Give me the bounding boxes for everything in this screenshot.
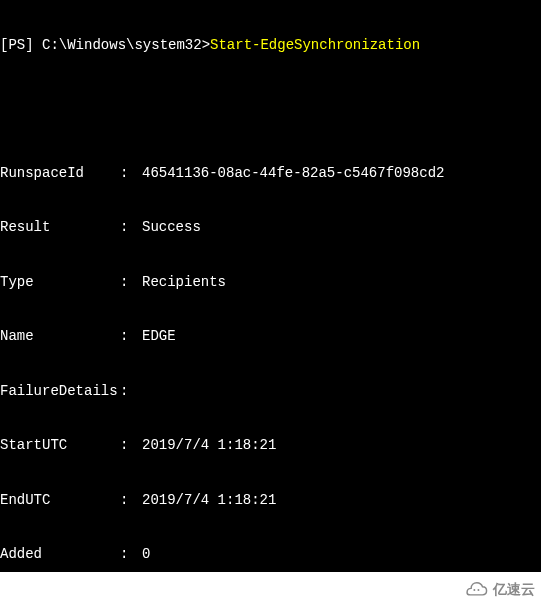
field-label: Added xyxy=(0,545,120,563)
output-row: Added: 0 xyxy=(0,545,541,563)
powershell-terminal[interactable]: [PS] C:\Windows\system32>Start-EdgeSynch… xyxy=(0,0,541,572)
field-label: Result xyxy=(0,218,120,236)
field-colon: : xyxy=(120,273,142,291)
field-label: Type xyxy=(0,273,120,291)
prompt-line-1: [PS] C:\Windows\system32>Start-EdgeSynch… xyxy=(0,36,541,54)
field-value: 2019/7/4 1:18:21 xyxy=(142,491,276,509)
field-value: Recipients xyxy=(142,273,226,291)
command-text: Start-EdgeSynchronization xyxy=(210,36,420,54)
field-colon: : xyxy=(120,382,142,400)
field-colon: : xyxy=(120,164,142,182)
svg-point-0 xyxy=(473,589,475,591)
output-row: Type: Recipients xyxy=(0,273,541,291)
field-label: EndUTC xyxy=(0,491,120,509)
output-block-1: RunspaceId: 46541136-08ac-44fe-82a5-c546… xyxy=(0,127,541,572)
output-row: StartUTC: 2019/7/4 1:18:21 xyxy=(0,436,541,454)
field-label: RunspaceId xyxy=(0,164,120,182)
field-label: Name xyxy=(0,327,120,345)
field-value: EDGE xyxy=(142,327,176,345)
watermark-text: 亿速云 xyxy=(493,581,535,599)
field-colon: : xyxy=(120,218,142,236)
field-colon: : xyxy=(120,491,142,509)
prompt-path: C:\Windows\system32> xyxy=(42,36,210,54)
svg-point-1 xyxy=(477,589,479,591)
field-colon: : xyxy=(120,436,142,454)
cloud-icon xyxy=(463,581,489,599)
field-value: 2019/7/4 1:18:21 xyxy=(142,436,276,454)
field-colon: : xyxy=(120,545,142,563)
field-label: StartUTC xyxy=(0,436,120,454)
field-value: 0 xyxy=(142,545,150,563)
output-row: Name: EDGE xyxy=(0,327,541,345)
field-value: Success xyxy=(142,218,201,236)
field-label: FailureDetails xyxy=(0,382,120,400)
prompt-ps-tag: [PS] xyxy=(0,36,42,54)
output-row: EndUTC: 2019/7/4 1:18:21 xyxy=(0,491,541,509)
output-row: FailureDetails: xyxy=(0,382,541,400)
output-row: Result: Success xyxy=(0,218,541,236)
field-colon: : xyxy=(120,327,142,345)
output-row: RunspaceId: 46541136-08ac-44fe-82a5-c546… xyxy=(0,164,541,182)
watermark: 亿速云 xyxy=(463,581,535,599)
field-value: 46541136-08ac-44fe-82a5-c5467f098cd2 xyxy=(142,164,444,182)
